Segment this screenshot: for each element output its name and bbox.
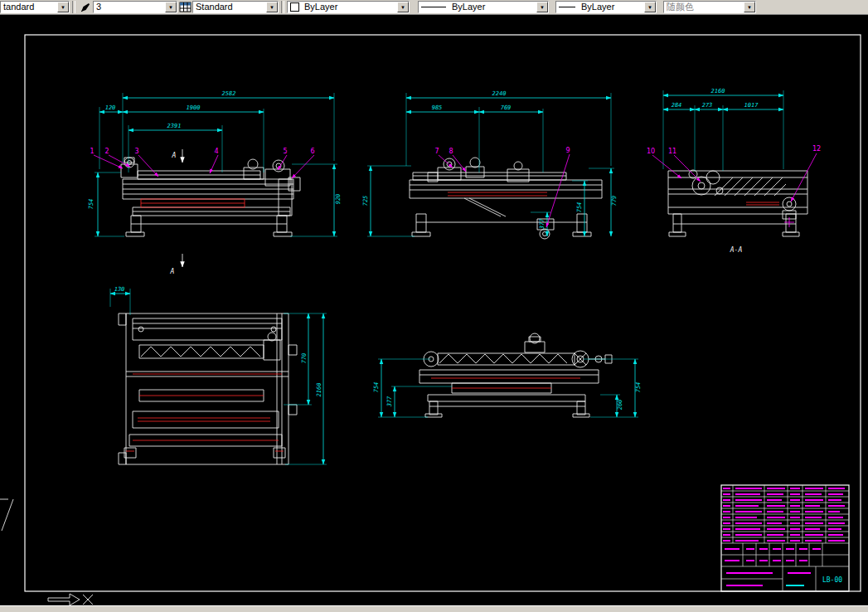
styles-properties-toolbar: tandard ▼ 3 ▼ Standard ▼ ByLayer ▼ ByLay… xyxy=(0,0,868,15)
dim-style-value: 3 xyxy=(94,2,165,12)
callout-number: 2 xyxy=(104,148,109,155)
linetype-sample-icon xyxy=(421,7,446,7)
section-view-callouts: 10 11 12 xyxy=(647,145,821,202)
text-style-value: tandard xyxy=(1,2,57,12)
dim-text: 260 xyxy=(617,400,623,410)
dim-text: 130 xyxy=(114,286,125,293)
dim-style-icon xyxy=(78,1,93,13)
callout-number: 1 xyxy=(90,148,94,155)
section-view-label: A-A xyxy=(730,246,743,254)
color-dropdown-arrow[interactable]: ▼ xyxy=(397,2,409,12)
dim-style-dropdown-arrow[interactable]: ▼ xyxy=(165,2,177,12)
section-mark-label: A xyxy=(170,268,175,275)
dim-text: 1017 xyxy=(744,102,759,109)
table-style-icon xyxy=(177,1,192,13)
dim-text: 2391 xyxy=(167,123,182,129)
linetype-control-combo[interactable]: ByLayer ▼ xyxy=(418,1,549,13)
callout-number: 12 xyxy=(812,145,821,153)
dim-text: 2160 xyxy=(711,88,725,95)
plan-view-dimensions: 130 770 2160 xyxy=(110,286,327,464)
linetype-dropdown-arrow[interactable]: ▼ xyxy=(536,2,548,12)
dim-text: 1900 xyxy=(187,104,201,111)
dim-text: 754 xyxy=(576,202,583,213)
plot-style-combo: 随颜色 ▼ xyxy=(663,1,756,13)
callout-number: 11 xyxy=(668,148,676,155)
callout-number: 4 xyxy=(214,148,218,155)
dim-text: 273 xyxy=(702,102,713,109)
toolbar-separator xyxy=(281,1,284,13)
section-view-dimensions: 2160 284 273 1017 xyxy=(663,88,783,171)
dim-text: 779 xyxy=(611,196,618,206)
table-style-value: Standard xyxy=(193,2,266,12)
dim-text: 284 xyxy=(672,102,682,109)
dim-text: 770 xyxy=(301,353,308,364)
text-style-dropdown-arrow[interactable]: ▼ xyxy=(57,2,69,12)
lineweight-control-combo[interactable]: ByLayer ▼ xyxy=(555,1,657,13)
section-cut-marks: A A xyxy=(170,149,182,275)
front-view-dimensions: 2582 120 1900 2391 754 920 xyxy=(88,90,342,236)
side-view: 2240 985 769 725 779 377 754 7 8 9 xyxy=(362,90,618,239)
callout-number: 9 xyxy=(565,147,570,154)
dim-text: 754 xyxy=(635,382,642,393)
drawing-number: LB-00 xyxy=(822,576,842,584)
callout-number: 6 xyxy=(310,148,314,155)
bottom-panel-strip xyxy=(0,605,868,612)
front-view: 2582 120 1900 2391 754 920 1 2 3 4 5 6 A… xyxy=(88,90,342,275)
callout-number: 8 xyxy=(449,148,453,155)
title-block: LB-00 xyxy=(721,485,849,591)
lineweight-value: ByLayer xyxy=(579,2,644,12)
linetype-value: ByLayer xyxy=(449,2,536,12)
callout-number: 7 xyxy=(434,148,439,155)
rear-view: 754 377 754 260 xyxy=(373,333,642,417)
dim-text: 725 xyxy=(362,196,369,206)
dim-text: 377 xyxy=(539,218,546,230)
color-value: ByLayer xyxy=(302,2,397,12)
section-mark-label: A xyxy=(172,152,177,159)
dim-text: 920 xyxy=(335,194,342,205)
callout-number: 5 xyxy=(283,148,287,155)
color-control-combo[interactable]: ByLayer ▼ xyxy=(287,1,410,13)
dim-text: 754 xyxy=(88,199,95,210)
dim-text: 2240 xyxy=(492,90,507,97)
dim-text: 120 xyxy=(105,104,116,111)
drawing-canvas-svg[interactable]: 2582 120 1900 2391 754 920 1 2 3 4 5 6 A… xyxy=(0,15,868,605)
dim-text: 2160 xyxy=(316,383,322,397)
sheet-border xyxy=(0,35,861,591)
callout-number: 10 xyxy=(647,148,655,155)
drawing-area[interactable]: 2582 120 1900 2391 754 920 1 2 3 4 5 6 A… xyxy=(0,15,868,605)
front-view-callouts: 1 2 3 4 5 6 xyxy=(90,148,314,178)
callout-number: 3 xyxy=(134,148,138,155)
dim-text: 769 xyxy=(501,104,512,111)
lineweight-dropdown-arrow[interactable]: ▼ xyxy=(644,2,656,12)
table-style-combo[interactable]: Standard ▼ xyxy=(192,1,279,13)
dim-text: 754 xyxy=(373,382,380,393)
toolbar-separator xyxy=(72,1,75,13)
ucs-icon xyxy=(48,594,93,605)
table-style-dropdown-arrow[interactable]: ▼ xyxy=(266,2,278,12)
text-style-combo[interactable]: tandard ▼ xyxy=(0,1,70,13)
side-view-dimensions: 2240 985 769 725 779 377 754 xyxy=(362,90,618,236)
dim-style-combo[interactable]: 3 ▼ xyxy=(93,1,177,13)
dim-text: 377 xyxy=(386,396,393,407)
lineweight-sample-icon xyxy=(559,7,575,7)
color-swatch-icon xyxy=(290,2,299,12)
plot-style-dropdown-arrow: ▼ xyxy=(744,2,755,12)
section-view: 2160 284 273 1017 10 11 12 A-A xyxy=(647,88,821,254)
plot-style-value: 随颜色 xyxy=(664,2,744,12)
dim-text: 985 xyxy=(432,104,443,111)
dim-text: 2582 xyxy=(222,90,236,97)
plan-view: 130 770 2160 xyxy=(110,286,327,464)
